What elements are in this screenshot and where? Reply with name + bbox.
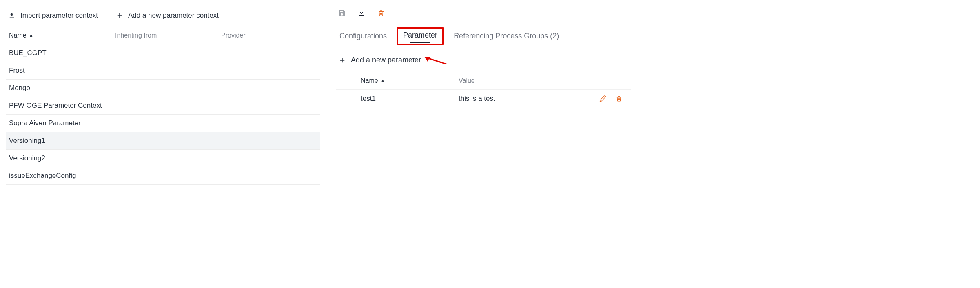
parameter-row: test1this is a test bbox=[336, 90, 631, 108]
delete-context-button[interactable] bbox=[377, 9, 385, 17]
plus-icon bbox=[116, 12, 123, 19]
param-col-name-header[interactable]: Name ▲ bbox=[361, 77, 459, 84]
plus-icon bbox=[339, 57, 346, 64]
annotation-highlight-box: Parameter bbox=[397, 27, 444, 45]
tab-referencing-groups[interactable]: Referencing Process Groups (2) bbox=[453, 30, 560, 42]
add-parameter-button[interactable]: Add a new parameter bbox=[336, 48, 631, 72]
upload-icon bbox=[8, 12, 16, 19]
parameter-context-list-pane: Import parameter context Add a new param… bbox=[6, 8, 320, 185]
delete-icon[interactable] bbox=[616, 95, 623, 102]
detail-toolbar bbox=[336, 8, 631, 24]
param-col-value-header[interactable]: Value bbox=[459, 77, 608, 84]
import-context-button[interactable]: Import parameter context bbox=[8, 11, 98, 20]
context-col-name-header[interactable]: Name ▲ bbox=[9, 32, 115, 39]
save-button[interactable] bbox=[338, 9, 346, 17]
parameter-table-header: Name ▲ Value bbox=[336, 72, 631, 90]
parameter-rows: test1this is a test bbox=[336, 90, 631, 108]
parameter-detail-pane: Configurations Parameter Referencing Pro… bbox=[336, 8, 631, 185]
svg-marker-1 bbox=[424, 57, 430, 62]
context-row[interactable]: BUE_CGPT bbox=[6, 44, 320, 62]
download-button[interactable] bbox=[357, 9, 366, 17]
svg-line-0 bbox=[428, 58, 446, 64]
context-table-header: Name ▲ Inheriting from Provider bbox=[6, 27, 320, 44]
context-col-name-label: Name bbox=[9, 32, 27, 39]
edit-icon[interactable] bbox=[599, 95, 607, 102]
context-row[interactable]: Versioning1 bbox=[6, 132, 320, 150]
context-col-inheriting-header[interactable]: Inheriting from bbox=[115, 32, 221, 39]
context-row[interactable]: Mongo bbox=[6, 80, 320, 97]
import-context-label: Import parameter context bbox=[20, 11, 98, 20]
add-parameter-label: Add a new parameter bbox=[351, 56, 421, 64]
tab-configurations[interactable]: Configurations bbox=[339, 30, 388, 42]
context-rows: BUE_CGPTFrostMongoPFW OGE Parameter Cont… bbox=[6, 44, 320, 185]
add-context-button[interactable]: Add a new parameter context bbox=[116, 11, 219, 20]
context-row[interactable]: Sopra Aiven Parameter bbox=[6, 115, 320, 132]
sort-asc-icon: ▲ bbox=[29, 33, 33, 38]
parameter-value: this is a test bbox=[459, 95, 599, 103]
param-col-name-label: Name bbox=[361, 77, 378, 84]
add-context-label: Add a new parameter context bbox=[128, 11, 219, 20]
parameter-name: test1 bbox=[361, 95, 459, 103]
context-top-actions: Import parameter context Add a new param… bbox=[6, 8, 320, 27]
context-row[interactable]: Versioning2 bbox=[6, 150, 320, 167]
context-row[interactable]: issueExchangeConfig bbox=[6, 167, 320, 185]
parameter-row-actions bbox=[599, 95, 623, 102]
context-row[interactable]: Frost bbox=[6, 62, 320, 80]
tab-parameter[interactable]: Parameter bbox=[402, 29, 438, 41]
detail-tabs: Configurations Parameter Referencing Pro… bbox=[336, 24, 631, 48]
annotation-arrow-icon bbox=[424, 57, 447, 66]
context-row[interactable]: PFW OGE Parameter Context bbox=[6, 97, 320, 115]
sort-asc-icon: ▲ bbox=[381, 78, 385, 83]
context-col-provider-header[interactable]: Provider bbox=[221, 32, 317, 39]
